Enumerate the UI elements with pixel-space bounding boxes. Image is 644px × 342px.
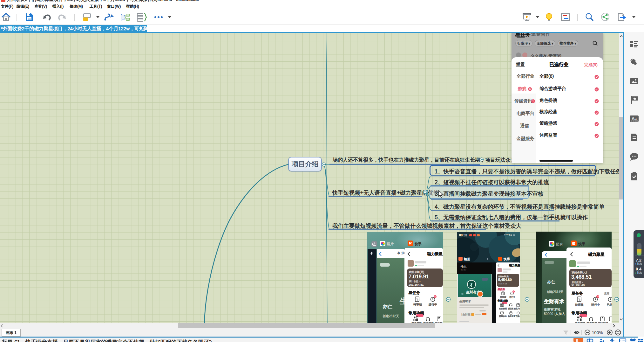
svg-text:100%: 100% [592,330,603,335]
svg-text:Aa: Aa [632,116,637,121]
